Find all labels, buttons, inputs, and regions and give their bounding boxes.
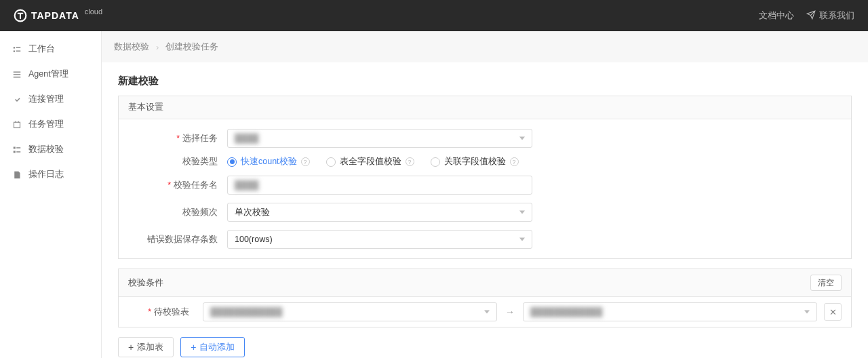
svg-rect-2 bbox=[14, 50, 15, 52]
svg-rect-1 bbox=[14, 47, 15, 48]
info-icon[interactable]: ? bbox=[510, 157, 519, 166]
panel-title-conditions: 校验条件 清空 bbox=[119, 269, 851, 297]
breadcrumb: 数据校验 › 创建校验任务 bbox=[102, 31, 868, 62]
agent-icon bbox=[12, 70, 22, 79]
logo[interactable]: TAPDATA cloud bbox=[14, 9, 102, 22]
contact-label: 联系我们 bbox=[819, 9, 854, 22]
radio-icon bbox=[431, 157, 440, 167]
panel-title-basic: 基本设置 bbox=[119, 96, 851, 119]
condition-row: 待校验表 ████████████ → ████████████ ✕ bbox=[119, 297, 851, 327]
logo-icon bbox=[14, 9, 27, 22]
input-task-name[interactable]: ████ bbox=[227, 176, 532, 195]
label-check-type: 校验类型 bbox=[132, 156, 227, 167]
radio-label: 快速count校验 bbox=[241, 156, 297, 167]
basic-settings-panel: 基本设置 选择任务 ████ 校验类型 bbox=[118, 96, 852, 259]
log-icon bbox=[12, 170, 22, 180]
contact-link[interactable]: 联系我们 bbox=[806, 9, 854, 22]
delete-row-button[interactable]: ✕ bbox=[824, 303, 842, 321]
sidebar-item-label: 任务管理 bbox=[28, 119, 64, 130]
label-err-rows: 错误数据保存条数 bbox=[132, 234, 227, 245]
info-icon[interactable]: ? bbox=[406, 157, 414, 166]
svg-rect-12 bbox=[16, 151, 20, 153]
docs-link[interactable]: 文档中心 bbox=[759, 9, 794, 22]
breadcrumb-root[interactable]: 数据校验 bbox=[114, 41, 149, 53]
select-frequency[interactable]: 单次校验 bbox=[227, 203, 532, 222]
sidebar-item-label: 操作日志 bbox=[28, 169, 64, 180]
svg-rect-4 bbox=[16, 50, 21, 52]
top-right-links: 文档中心 联系我们 bbox=[759, 9, 854, 22]
auto-add-label: 自动添加 bbox=[199, 342, 235, 353]
validation-icon bbox=[12, 145, 22, 155]
select-target-table[interactable]: ████████████ bbox=[523, 302, 817, 321]
sidebar-item-label: 数据校验 bbox=[28, 144, 64, 155]
svg-rect-5 bbox=[14, 71, 21, 73]
sidebar-item-label: 工作台 bbox=[28, 43, 55, 55]
err-rows-value: 100(rows) bbox=[235, 235, 273, 244]
svg-rect-6 bbox=[14, 74, 21, 75]
chevron-right-icon: › bbox=[156, 42, 159, 52]
label-task-name: 校验任务名 bbox=[132, 180, 227, 191]
label-select-task: 选择任务 bbox=[132, 133, 227, 144]
sidebar: 工作台 Agent管理 连接管理 任务管理 数据校验 操作日志 bbox=[0, 31, 102, 358]
svg-rect-7 bbox=[14, 77, 21, 78]
plus-icon: + bbox=[128, 342, 134, 353]
arrow-right-icon: → bbox=[504, 306, 516, 317]
svg-rect-3 bbox=[16, 47, 21, 48]
conditions-panel: 校验条件 清空 待校验表 ████████████ → ████████████… bbox=[118, 268, 852, 327]
send-icon bbox=[806, 10, 816, 22]
radio-label: 表全字段值校验 bbox=[340, 156, 401, 167]
top-bar: TAPDATA cloud 文档中心 联系我们 bbox=[0, 0, 868, 31]
sidebar-item-label: Agent管理 bbox=[28, 68, 68, 80]
svg-rect-9 bbox=[14, 146, 16, 148]
freq-value: 单次校验 bbox=[235, 207, 270, 218]
sidebar-item-validation[interactable]: 数据校验 bbox=[0, 137, 101, 162]
select-source-table[interactable]: ████████████ bbox=[203, 302, 497, 321]
brand-text: TAPDATA bbox=[31, 10, 79, 21]
plus-icon: + bbox=[191, 342, 196, 353]
radio-icon bbox=[326, 157, 336, 167]
clear-button[interactable]: 清空 bbox=[810, 275, 842, 291]
breadcrumb-current: 创建校验任务 bbox=[165, 41, 218, 53]
svg-rect-11 bbox=[14, 151, 16, 153]
svg-rect-8 bbox=[14, 122, 20, 127]
sidebar-item-task[interactable]: 任务管理 bbox=[0, 112, 101, 137]
close-icon: ✕ bbox=[829, 307, 837, 317]
select-err-rows[interactable]: 100(rows) bbox=[227, 230, 532, 249]
label-pending-table: 待校验表 bbox=[128, 306, 196, 318]
select-task[interactable]: ████ bbox=[227, 129, 532, 148]
radio-icon bbox=[227, 157, 237, 167]
check-type-radio-group: 快速count校验 ? 表全字段值校验 ? bbox=[227, 156, 532, 167]
radio-related-field[interactable]: 关联字段值校验 ? bbox=[431, 156, 519, 167]
sidebar-item-label: 连接管理 bbox=[28, 94, 64, 105]
radio-quick-count[interactable]: 快速count校验 ? bbox=[227, 156, 310, 167]
page-title: 新建校验 bbox=[118, 75, 852, 87]
main-content: 数据校验 › 创建校验任务 新建校验 基本设置 选择任务 ████ 校验类型 bbox=[102, 31, 868, 358]
workbench-icon bbox=[12, 45, 22, 54]
brand-badge: cloud bbox=[85, 7, 102, 16]
add-table-button[interactable]: + 添加表 bbox=[118, 337, 174, 357]
cond-title: 校验条件 bbox=[128, 277, 163, 289]
sidebar-item-connection[interactable]: 连接管理 bbox=[0, 87, 101, 112]
radio-full-field[interactable]: 表全字段值校验 ? bbox=[326, 156, 414, 167]
auto-add-button[interactable]: + 自动添加 bbox=[180, 337, 245, 357]
add-table-label: 添加表 bbox=[137, 342, 163, 353]
svg-rect-10 bbox=[16, 147, 20, 148]
connection-icon bbox=[12, 95, 22, 104]
task-icon bbox=[12, 120, 22, 130]
sidebar-item-agent[interactable]: Agent管理 bbox=[0, 62, 101, 87]
label-freq: 校验频次 bbox=[132, 207, 227, 218]
sidebar-item-workbench[interactable]: 工作台 bbox=[0, 37, 101, 62]
sidebar-item-log[interactable]: 操作日志 bbox=[0, 162, 101, 187]
info-icon[interactable]: ? bbox=[301, 157, 310, 166]
radio-label: 关联字段值校验 bbox=[444, 156, 506, 167]
